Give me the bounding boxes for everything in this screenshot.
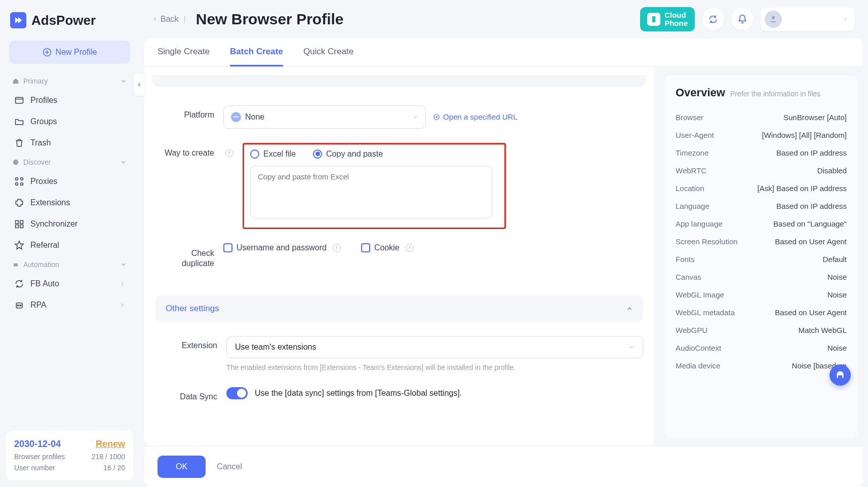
ok-button[interactable]: OK bbox=[157, 456, 206, 478]
svg-point-16 bbox=[772, 16, 775, 19]
support-fab[interactable] bbox=[830, 364, 851, 386]
bell-icon bbox=[737, 14, 747, 24]
cloud-phone-icon bbox=[647, 13, 660, 26]
chevron-down-icon bbox=[120, 159, 127, 166]
window-icon bbox=[14, 95, 24, 105]
overview-key: AudioContext bbox=[676, 344, 721, 352]
sync-button[interactable] bbox=[702, 8, 724, 30]
way-label: Way to create bbox=[164, 143, 214, 159]
overview-key: Canvas bbox=[676, 273, 701, 281]
info-icon[interactable]: ! bbox=[333, 244, 341, 252]
svg-rect-1 bbox=[16, 97, 23, 103]
svg-point-2 bbox=[13, 160, 19, 165]
overview-value: [Windows] [All] [Random] bbox=[762, 131, 847, 139]
tabs: Single Create Batch Create Quick Create bbox=[144, 39, 863, 67]
overview-key: WebGL Image bbox=[676, 290, 724, 299]
chevron-right-icon bbox=[843, 17, 848, 22]
section-automation[interactable]: Automation bbox=[7, 256, 132, 273]
radio-excel-file[interactable]: Excel file bbox=[250, 149, 296, 159]
check-username[interactable]: Username and password! bbox=[223, 243, 341, 252]
check-dup-label: Check duplicate bbox=[164, 243, 214, 270]
overview-row: CanvasNoise bbox=[676, 268, 847, 286]
back-button[interactable]: Back| bbox=[152, 15, 186, 24]
tab-batch-create[interactable]: Batch Create bbox=[230, 39, 283, 66]
sidebar-item-referral[interactable]: Referral bbox=[7, 235, 132, 255]
page-title: New Browser Profile bbox=[196, 11, 344, 28]
overview-row: Location[Ask] Based on IP address bbox=[676, 179, 847, 197]
overview-key: Fonts bbox=[676, 255, 695, 264]
sync-icon bbox=[14, 219, 24, 229]
paste-textarea[interactable] bbox=[250, 166, 492, 218]
svg-point-4 bbox=[21, 178, 23, 180]
sidebar-item-fbauto[interactable]: FB Auto bbox=[7, 274, 132, 294]
datasync-text: Use the [data sync] settings from [Teams… bbox=[255, 389, 462, 398]
info-icon[interactable]: ! bbox=[225, 149, 233, 157]
logo[interactable]: AdsPower bbox=[0, 0, 139, 41]
cancel-button[interactable]: Cancel bbox=[217, 456, 242, 478]
tab-single-create[interactable]: Single Create bbox=[157, 39, 210, 66]
renew-link[interactable]: Renew bbox=[96, 439, 125, 449]
overview-value: Based on IP address bbox=[776, 148, 847, 157]
chevron-down-icon bbox=[628, 344, 635, 350]
sidebar-item-extensions[interactable]: Extensions bbox=[7, 193, 132, 213]
sidebar-item-trash[interactable]: Trash bbox=[7, 133, 132, 153]
radio-copy-paste[interactable]: Copy and paste bbox=[313, 149, 383, 159]
overview-key: Language bbox=[676, 202, 709, 210]
section-discover[interactable]: Discover bbox=[7, 154, 132, 170]
sidebar-item-rpa[interactable]: RPA bbox=[7, 295, 132, 315]
sidebar-item-synchronizer[interactable]: Synchronizer bbox=[7, 214, 132, 234]
users-label: User number bbox=[14, 464, 55, 472]
svg-point-3 bbox=[16, 178, 18, 180]
overview-title: Overview bbox=[676, 86, 725, 99]
account-expiry: 2030-12-04 bbox=[14, 439, 61, 449]
other-settings-toggle[interactable]: Other settings bbox=[155, 295, 643, 322]
new-profile-button[interactable]: New Profile bbox=[9, 41, 130, 64]
robot-icon bbox=[12, 261, 19, 268]
sidebar-item-proxies[interactable]: Proxies bbox=[7, 171, 132, 192]
overview-row: FontsDefault bbox=[676, 250, 847, 268]
overview-key: Location bbox=[676, 184, 704, 193]
check-cookie[interactable]: Cookie! bbox=[361, 243, 414, 252]
overview-panel: Overview Prefer the information in files… bbox=[664, 75, 858, 438]
notifications-button[interactable] bbox=[731, 8, 754, 30]
svg-rect-15 bbox=[652, 16, 656, 22]
folder-icon bbox=[14, 117, 24, 127]
extension-hint: The enabled extensions from [Extensions … bbox=[226, 362, 643, 373]
main: Back| New Browser Profile Cloud Phone Si… bbox=[139, 0, 868, 487]
sidebar-item-profiles[interactable]: Profiles bbox=[7, 90, 132, 110]
svg-point-13 bbox=[17, 305, 19, 307]
overview-key: Screen Resolution bbox=[676, 237, 738, 246]
overview-key: User-Agent bbox=[676, 131, 714, 139]
avatar-icon bbox=[765, 11, 782, 28]
overview-subtitle: Prefer the information in files bbox=[730, 90, 820, 98]
overview-value: Noise bbox=[827, 290, 847, 299]
overview-row: AudioContextNoise bbox=[676, 339, 847, 357]
platform-none-icon: ••• bbox=[231, 112, 241, 122]
open-url-link[interactable]: Open a specified URL bbox=[433, 113, 518, 121]
footer-bar: OK Cancel bbox=[144, 446, 863, 487]
chevron-left-icon bbox=[137, 82, 142, 87]
overview-row: BrowserSunBrowser [Auto] bbox=[676, 108, 847, 126]
sidebar-item-groups[interactable]: Groups bbox=[7, 111, 132, 132]
cloud-phone-button[interactable]: Cloud Phone bbox=[640, 7, 695, 31]
tab-quick-create[interactable]: Quick Create bbox=[303, 39, 353, 66]
chevron-up-icon bbox=[626, 305, 633, 312]
logo-mark-icon bbox=[10, 12, 26, 28]
overview-key: WebGL metadata bbox=[676, 308, 735, 317]
overview-key: WebRTC bbox=[676, 166, 706, 175]
sidebar-collapse-button[interactable] bbox=[134, 73, 145, 96]
puzzle-icon bbox=[14, 198, 24, 208]
overview-value: Disabled bbox=[817, 166, 847, 175]
svg-point-6 bbox=[21, 183, 23, 185]
overview-value: Default bbox=[822, 255, 847, 264]
info-icon[interactable]: ! bbox=[406, 244, 414, 252]
cloud-phone-label: Cloud Phone bbox=[664, 11, 688, 27]
overview-row: App languageBased on "Language" bbox=[676, 215, 847, 233]
platform-select[interactable]: •••None bbox=[223, 105, 426, 129]
account-menu[interactable] bbox=[761, 8, 855, 31]
extension-select[interactable]: Use team's extensions bbox=[226, 336, 643, 358]
plus-circle-icon bbox=[43, 48, 52, 57]
profiles-value: 218 / 1000 bbox=[92, 453, 125, 461]
datasync-switch[interactable] bbox=[226, 387, 248, 399]
section-primary[interactable]: Primary bbox=[7, 73, 132, 89]
